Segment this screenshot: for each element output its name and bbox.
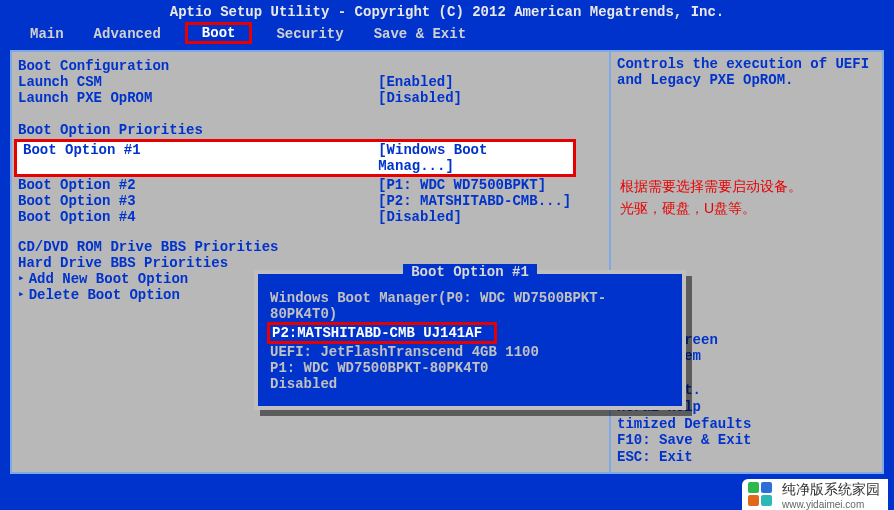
popup-option-2[interactable]: UEFI: JetFlashTranscend 4GB 1100 xyxy=(270,344,670,360)
main-panel: Boot Configuration Launch CSM [Enabled] … xyxy=(10,50,884,474)
menu-bar: Main Advanced Boot Security Save & Exit xyxy=(0,22,894,50)
popup-option-1-text: P2:MATSHITABD-CMB UJ141AF xyxy=(267,322,497,344)
key-optimized-defaults: timized Defaults xyxy=(617,416,878,433)
bios-title: Aptio Setup Utility - Copyright (C) 2012… xyxy=(170,4,725,20)
boot-option-1-row[interactable]: Boot Option #1 [Windows Boot Manag...] xyxy=(14,139,576,177)
popup-option-4[interactable]: Disabled xyxy=(270,376,670,392)
menu-save-exit[interactable]: Save & Exit xyxy=(368,24,472,44)
popup-title: Boot Option #1 xyxy=(403,264,537,280)
popup-option-3[interactable]: P1: WDC WD7500BPKT-80PK4T0 xyxy=(270,360,670,376)
popup-option-0[interactable]: Windows Boot Manager(P0: WDC WD7500BPKT-… xyxy=(270,290,670,322)
menu-boot[interactable]: Boot xyxy=(185,22,253,44)
menu-advanced[interactable]: Advanced xyxy=(88,24,167,44)
key-save-exit: F10: Save & Exit xyxy=(617,432,878,449)
boot-option-4-row[interactable]: Boot Option #4 [Disabled] xyxy=(18,209,603,225)
boot-config-header: Boot Configuration xyxy=(18,58,603,74)
watermark: 纯净版系统家园 www.yidaimei.com xyxy=(742,479,888,510)
watermark-logo-icon xyxy=(748,482,776,510)
boot-option-4-label: Boot Option #4 xyxy=(18,209,378,225)
boot-option-2-label: Boot Option #2 xyxy=(18,177,378,193)
menu-main[interactable]: Main xyxy=(24,24,70,44)
spacer xyxy=(18,225,603,239)
right-panel: Controls the execution of UEFI and Legac… xyxy=(611,50,884,474)
annotation-line-1: 根据需要选择需要启动设备。 xyxy=(620,175,802,197)
launch-csm-row[interactable]: Launch CSM [Enabled] xyxy=(18,74,603,90)
boot-option-4-value: [Disabled] xyxy=(378,209,462,225)
boot-option-1-label: Boot Option #1 xyxy=(19,142,378,174)
launch-pxe-row[interactable]: Launch PXE OpROM [Disabled] xyxy=(18,90,603,106)
boot-option-3-row[interactable]: Boot Option #3 [P2: MATSHITABD-CMB...] xyxy=(18,193,603,209)
launch-pxe-value: [Disabled] xyxy=(378,90,462,106)
boot-option-3-value: [P2: MATSHITABD-CMB...] xyxy=(378,193,571,209)
cd-dvd-bbs-label: CD/DVD ROM Drive BBS Priorities xyxy=(18,239,378,255)
watermark-text: 纯净版系统家园 www.yidaimei.com xyxy=(782,481,880,510)
cd-dvd-bbs-row[interactable]: CD/DVD ROM Drive BBS Priorities xyxy=(18,239,603,255)
boot-option-2-value: [P1: WDC WD7500BPKT] xyxy=(378,177,546,193)
boot-option-3-label: Boot Option #3 xyxy=(18,193,378,209)
left-panel: Boot Configuration Launch CSM [Enabled] … xyxy=(10,50,611,474)
boot-option-1-value: [Windows Boot Manag...] xyxy=(378,142,571,174)
help-desc-1: Controls the execution of UEFI xyxy=(617,56,876,72)
boot-option-popup: Boot Option #1 Windows Boot Manager(P0: … xyxy=(254,270,686,410)
launch-csm-value: [Enabled] xyxy=(378,74,454,90)
popup-title-wrap: Boot Option #1 xyxy=(270,264,670,280)
spacer xyxy=(18,106,603,120)
help-desc-2: and Legacy PXE OpROM. xyxy=(617,72,876,88)
popup-option-1[interactable]: P2:MATSHITABD-CMB UJ141AF xyxy=(270,322,670,344)
key-esc-exit: ESC: Exit xyxy=(617,449,878,466)
boot-priorities-header: Boot Option Priorities xyxy=(18,122,603,138)
launch-csm-label: Launch CSM xyxy=(18,74,378,90)
popup-body: Windows Boot Manager(P0: WDC WD7500BPKT-… xyxy=(270,290,670,392)
menu-security[interactable]: Security xyxy=(270,24,349,44)
annotation-overlay: 根据需要选择需要启动设备。 光驱，硬盘，U盘等。 xyxy=(620,175,802,220)
boot-option-2-row[interactable]: Boot Option #2 [P1: WDC WD7500BPKT] xyxy=(18,177,603,193)
watermark-brand: 纯净版系统家园 xyxy=(782,481,880,499)
watermark-url: www.yidaimei.com xyxy=(782,499,880,510)
annotation-line-2: 光驱，硬盘，U盘等。 xyxy=(620,197,802,219)
title-bar: Aptio Setup Utility - Copyright (C) 2012… xyxy=(0,0,894,22)
launch-pxe-label: Launch PXE OpROM xyxy=(18,90,378,106)
